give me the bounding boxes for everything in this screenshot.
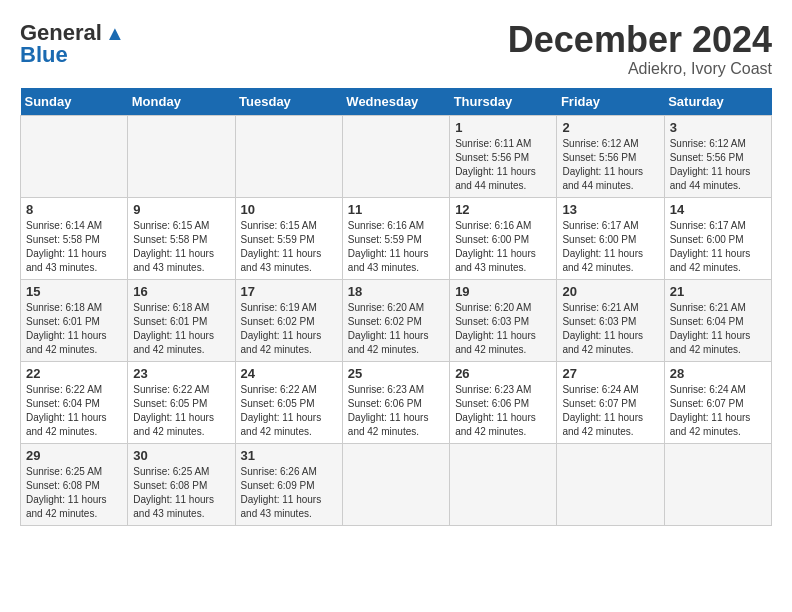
calendar-cell [557,443,664,525]
day-info: Sunrise: 6:17 AMSunset: 6:00 PMDaylight:… [670,220,751,273]
day-number: 26 [455,366,551,381]
column-header-sunday: Sunday [21,88,128,116]
week-row-4: 22 Sunrise: 6:22 AMSunset: 6:04 PMDaylig… [21,361,772,443]
day-number: 23 [133,366,229,381]
day-info: Sunrise: 6:22 AMSunset: 6:05 PMDaylight:… [133,384,214,437]
day-number: 12 [455,202,551,217]
calendar-cell: 29 Sunrise: 6:25 AMSunset: 6:08 PMDaylig… [21,443,128,525]
calendar-cell: 25 Sunrise: 6:23 AMSunset: 6:06 PMDaylig… [342,361,449,443]
day-info: Sunrise: 6:19 AMSunset: 6:02 PMDaylight:… [241,302,322,355]
day-number: 13 [562,202,658,217]
day-info: Sunrise: 6:24 AMSunset: 6:07 PMDaylight:… [670,384,751,437]
day-number: 31 [241,448,337,463]
calendar-cell: 1 Sunrise: 6:11 AMSunset: 5:56 PMDayligh… [450,115,557,197]
day-number: 24 [241,366,337,381]
day-info: Sunrise: 6:21 AMSunset: 6:04 PMDaylight:… [670,302,751,355]
day-number: 11 [348,202,444,217]
day-info: Sunrise: 6:26 AMSunset: 6:09 PMDaylight:… [241,466,322,519]
day-number: 8 [26,202,122,217]
day-number: 1 [455,120,551,135]
day-info: Sunrise: 6:17 AMSunset: 6:00 PMDaylight:… [562,220,643,273]
day-number: 28 [670,366,766,381]
calendar-cell: 18 Sunrise: 6:20 AMSunset: 6:02 PMDaylig… [342,279,449,361]
calendar-cell: 14 Sunrise: 6:17 AMSunset: 6:00 PMDaylig… [664,197,771,279]
calendar-cell [664,443,771,525]
calendar-cell: 8 Sunrise: 6:14 AMSunset: 5:58 PMDayligh… [21,197,128,279]
day-info: Sunrise: 6:20 AMSunset: 6:02 PMDaylight:… [348,302,429,355]
day-number: 10 [241,202,337,217]
calendar-cell: 27 Sunrise: 6:24 AMSunset: 6:07 PMDaylig… [557,361,664,443]
logo-bird-icon: ▲ [105,22,125,45]
day-info: Sunrise: 6:21 AMSunset: 6:03 PMDaylight:… [562,302,643,355]
day-info: Sunrise: 6:25 AMSunset: 6:08 PMDaylight:… [26,466,107,519]
calendar-cell: 10 Sunrise: 6:15 AMSunset: 5:59 PMDaylig… [235,197,342,279]
day-number: 17 [241,284,337,299]
day-number: 14 [670,202,766,217]
day-info: Sunrise: 6:22 AMSunset: 6:04 PMDaylight:… [26,384,107,437]
calendar-cell: 11 Sunrise: 6:16 AMSunset: 5:59 PMDaylig… [342,197,449,279]
day-number: 29 [26,448,122,463]
calendar-table: SundayMondayTuesdayWednesdayThursdayFrid… [20,88,772,526]
calendar-cell: 20 Sunrise: 6:21 AMSunset: 6:03 PMDaylig… [557,279,664,361]
calendar-cell: 15 Sunrise: 6:18 AMSunset: 6:01 PMDaylig… [21,279,128,361]
day-info: Sunrise: 6:11 AMSunset: 5:56 PMDaylight:… [455,138,536,191]
calendar-cell: 31 Sunrise: 6:26 AMSunset: 6:09 PMDaylig… [235,443,342,525]
calendar-cell: 19 Sunrise: 6:20 AMSunset: 6:03 PMDaylig… [450,279,557,361]
calendar-cell: 26 Sunrise: 6:23 AMSunset: 6:06 PMDaylig… [450,361,557,443]
calendar-cell: 24 Sunrise: 6:22 AMSunset: 6:05 PMDaylig… [235,361,342,443]
day-number: 21 [670,284,766,299]
week-row-2: 8 Sunrise: 6:14 AMSunset: 5:58 PMDayligh… [21,197,772,279]
calendar-cell: 22 Sunrise: 6:22 AMSunset: 6:04 PMDaylig… [21,361,128,443]
calendar-header-row: SundayMondayTuesdayWednesdayThursdayFrid… [21,88,772,116]
calendar-cell: 17 Sunrise: 6:19 AMSunset: 6:02 PMDaylig… [235,279,342,361]
day-number: 20 [562,284,658,299]
week-row-1: 1 Sunrise: 6:11 AMSunset: 5:56 PMDayligh… [21,115,772,197]
page-header: General ▲ Blue December 2024 Adiekro, Iv… [20,20,772,78]
day-number: 3 [670,120,766,135]
calendar-cell [342,443,449,525]
day-number: 19 [455,284,551,299]
calendar-cell: 28 Sunrise: 6:24 AMSunset: 6:07 PMDaylig… [664,361,771,443]
column-header-friday: Friday [557,88,664,116]
column-header-saturday: Saturday [664,88,771,116]
calendar-cell: 21 Sunrise: 6:21 AMSunset: 6:04 PMDaylig… [664,279,771,361]
column-header-tuesday: Tuesday [235,88,342,116]
day-info: Sunrise: 6:16 AMSunset: 6:00 PMDaylight:… [455,220,536,273]
day-info: Sunrise: 6:18 AMSunset: 6:01 PMDaylight:… [133,302,214,355]
day-number: 2 [562,120,658,135]
day-number: 16 [133,284,229,299]
day-info: Sunrise: 6:24 AMSunset: 6:07 PMDaylight:… [562,384,643,437]
calendar-cell: 2 Sunrise: 6:12 AMSunset: 5:56 PMDayligh… [557,115,664,197]
day-info: Sunrise: 6:12 AMSunset: 5:56 PMDaylight:… [562,138,643,191]
calendar-cell [21,115,128,197]
column-header-thursday: Thursday [450,88,557,116]
day-info: Sunrise: 6:23 AMSunset: 6:06 PMDaylight:… [348,384,429,437]
calendar-cell [235,115,342,197]
column-header-wednesday: Wednesday [342,88,449,116]
calendar-cell [342,115,449,197]
calendar-cell [128,115,235,197]
calendar-cell: 3 Sunrise: 6:12 AMSunset: 5:56 PMDayligh… [664,115,771,197]
calendar-cell: 30 Sunrise: 6:25 AMSunset: 6:08 PMDaylig… [128,443,235,525]
calendar-cell: 12 Sunrise: 6:16 AMSunset: 6:00 PMDaylig… [450,197,557,279]
day-number: 18 [348,284,444,299]
calendar-cell [450,443,557,525]
day-info: Sunrise: 6:18 AMSunset: 6:01 PMDaylight:… [26,302,107,355]
day-number: 27 [562,366,658,381]
day-info: Sunrise: 6:15 AMSunset: 5:59 PMDaylight:… [241,220,322,273]
day-info: Sunrise: 6:22 AMSunset: 6:05 PMDaylight:… [241,384,322,437]
calendar-cell: 9 Sunrise: 6:15 AMSunset: 5:58 PMDayligh… [128,197,235,279]
day-info: Sunrise: 6:23 AMSunset: 6:06 PMDaylight:… [455,384,536,437]
day-info: Sunrise: 6:20 AMSunset: 6:03 PMDaylight:… [455,302,536,355]
day-info: Sunrise: 6:16 AMSunset: 5:59 PMDaylight:… [348,220,429,273]
calendar-cell: 13 Sunrise: 6:17 AMSunset: 6:00 PMDaylig… [557,197,664,279]
day-number: 25 [348,366,444,381]
column-header-monday: Monday [128,88,235,116]
week-row-5: 29 Sunrise: 6:25 AMSunset: 6:08 PMDaylig… [21,443,772,525]
title-block: December 2024 Adiekro, Ivory Coast [508,20,772,78]
logo: General ▲ Blue [20,20,125,68]
day-info: Sunrise: 6:15 AMSunset: 5:58 PMDaylight:… [133,220,214,273]
day-number: 15 [26,284,122,299]
day-number: 9 [133,202,229,217]
day-number: 30 [133,448,229,463]
